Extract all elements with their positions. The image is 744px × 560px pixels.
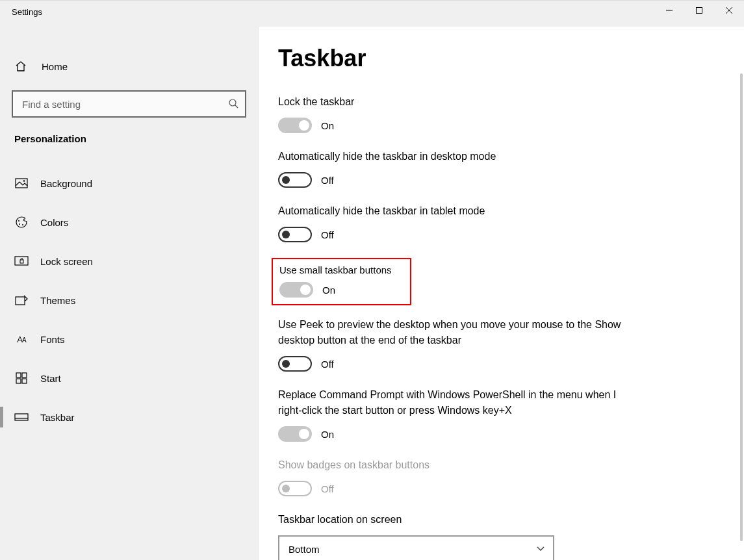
svg-rect-14 — [16, 373, 21, 377]
search-icon — [228, 98, 238, 110]
toggle-small-buttons[interactable] — [279, 282, 313, 298]
sidebar-item-taskbar[interactable]: Taskbar — [0, 398, 258, 437]
setting-label-location: Taskbar location on screen — [278, 512, 642, 528]
svg-rect-12 — [20, 260, 23, 263]
window-title: Settings — [0, 1, 259, 17]
toggle-state: Off — [321, 359, 334, 370]
toggle-hide-tablet[interactable] — [278, 227, 312, 242]
toggle-powershell[interactable] — [278, 426, 312, 442]
svg-rect-11 — [15, 257, 28, 265]
svg-rect-1 — [697, 8, 702, 14]
category-label: Personalization — [0, 118, 258, 148]
search-field[interactable] — [22, 99, 228, 110]
toggle-state: Off — [321, 483, 334, 494]
highlighted-setting: Use small taskbar buttons On — [272, 258, 411, 305]
setting-label-small-buttons: Use small taskbar buttons — [279, 264, 404, 275]
nav-home-label: Home — [42, 61, 68, 72]
start-icon — [14, 372, 29, 384]
sidebar-item-label: Background — [40, 178, 92, 189]
sidebar-item-colors[interactable]: Colors — [0, 203, 258, 242]
setting-label-hide-desktop: Automatically hide the taskbar in deskto… — [278, 149, 642, 164]
palette-icon — [14, 216, 29, 229]
svg-point-9 — [19, 223, 20, 225]
sidebar-item-label: Taskbar — [40, 412, 75, 423]
toggle-badges — [278, 481, 312, 496]
sidebar-item-lock-screen[interactable]: Lock screen — [0, 242, 258, 281]
sidebar: Home Personalization Background — [0, 27, 259, 560]
close-button[interactable] — [714, 1, 744, 20]
setting-label-peek: Use Peek to preview the desktop when you… — [278, 317, 642, 348]
minimize-button[interactable] — [654, 1, 684, 20]
svg-rect-6 — [16, 179, 27, 188]
sidebar-item-label: Colors — [40, 217, 68, 228]
svg-rect-17 — [22, 379, 27, 383]
themes-icon — [14, 294, 29, 306]
home-icon — [14, 60, 29, 73]
setting-label-badges: Show badges on taskbar buttons — [278, 457, 642, 473]
sidebar-item-fonts[interactable]: AA Fonts — [0, 320, 258, 359]
svg-rect-15 — [22, 373, 27, 377]
svg-point-10 — [22, 224, 23, 225]
toggle-state: Off — [321, 175, 334, 186]
svg-point-7 — [23, 180, 25, 182]
toggle-hide-desktop[interactable] — [278, 172, 312, 188]
sidebar-item-start[interactable]: Start — [0, 359, 258, 398]
page-title: Taskbar — [278, 45, 718, 72]
toggle-lock-taskbar[interactable] — [278, 118, 312, 133]
svg-point-4 — [229, 99, 236, 106]
titlebar: Settings — [0, 1, 744, 27]
search-input[interactable] — [12, 90, 246, 118]
toggle-peek[interactable] — [278, 356, 312, 372]
chevron-down-icon — [536, 544, 545, 555]
sidebar-item-label: Start — [40, 373, 61, 384]
sidebar-item-label: Fonts — [40, 334, 65, 345]
svg-point-8 — [18, 220, 19, 222]
fonts-icon: AA — [14, 335, 29, 344]
main-content: Taskbar Lock the taskbar On Automaticall… — [259, 27, 744, 560]
toggle-state: Off — [321, 229, 334, 240]
svg-rect-16 — [16, 379, 21, 383]
toggle-state: On — [322, 285, 335, 296]
setting-label-hide-tablet: Automatically hide the taskbar in tablet… — [278, 203, 642, 219]
lock-screen-icon — [14, 256, 29, 266]
picture-icon — [14, 178, 29, 188]
svg-line-5 — [235, 105, 238, 108]
nav-home[interactable]: Home — [0, 51, 258, 81]
sidebar-item-label: Lock screen — [40, 256, 93, 267]
dropdown-value: Bottom — [289, 544, 320, 555]
svg-rect-18 — [15, 414, 28, 420]
toggle-state: On — [321, 120, 334, 131]
setting-label-lock: Lock the taskbar — [278, 94, 642, 110]
taskbar-icon — [14, 413, 29, 421]
svg-rect-13 — [16, 297, 25, 305]
toggle-state: On — [321, 429, 334, 440]
setting-label-powershell: Replace Command Prompt with Windows Powe… — [278, 387, 642, 418]
maximize-button[interactable] — [684, 1, 714, 20]
scrollbar[interactable] — [740, 73, 743, 541]
dropdown-taskbar-location[interactable]: Bottom — [278, 535, 554, 560]
sidebar-item-label: Themes — [40, 295, 75, 306]
sidebar-item-themes[interactable]: Themes — [0, 281, 258, 320]
sidebar-item-background[interactable]: Background — [0, 164, 258, 203]
